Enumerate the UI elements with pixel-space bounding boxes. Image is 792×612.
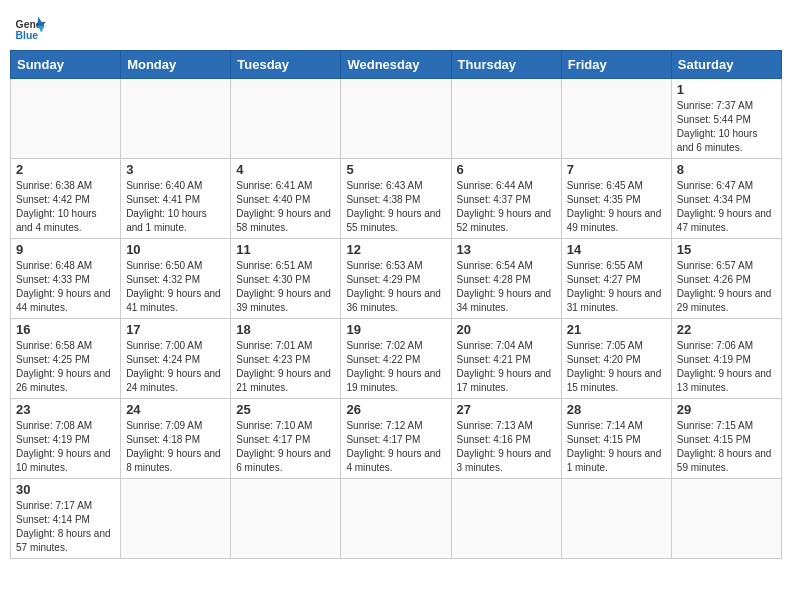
weekday-header-sunday: Sunday: [11, 51, 121, 79]
calendar-cell: 5Sunrise: 6:43 AM Sunset: 4:38 PM Daylig…: [341, 159, 451, 239]
day-info: Sunrise: 7:12 AM Sunset: 4:17 PM Dayligh…: [346, 419, 445, 475]
calendar-cell: [121, 479, 231, 559]
weekday-header-tuesday: Tuesday: [231, 51, 341, 79]
day-info: Sunrise: 7:01 AM Sunset: 4:23 PM Dayligh…: [236, 339, 335, 395]
calendar-cell: [341, 79, 451, 159]
day-number: 25: [236, 402, 335, 417]
calendar-cell: 13Sunrise: 6:54 AM Sunset: 4:28 PM Dayli…: [451, 239, 561, 319]
day-info: Sunrise: 7:04 AM Sunset: 4:21 PM Dayligh…: [457, 339, 556, 395]
calendar-cell: 16Sunrise: 6:58 AM Sunset: 4:25 PM Dayli…: [11, 319, 121, 399]
day-number: 23: [16, 402, 115, 417]
week-row-2: 9Sunrise: 6:48 AM Sunset: 4:33 PM Daylig…: [11, 239, 782, 319]
calendar-cell: [231, 479, 341, 559]
day-info: Sunrise: 7:37 AM Sunset: 5:44 PM Dayligh…: [677, 99, 776, 155]
day-info: Sunrise: 7:09 AM Sunset: 4:18 PM Dayligh…: [126, 419, 225, 475]
day-number: 7: [567, 162, 666, 177]
day-info: Sunrise: 6:44 AM Sunset: 4:37 PM Dayligh…: [457, 179, 556, 235]
day-info: Sunrise: 6:57 AM Sunset: 4:26 PM Dayligh…: [677, 259, 776, 315]
calendar-cell: 18Sunrise: 7:01 AM Sunset: 4:23 PM Dayli…: [231, 319, 341, 399]
calendar-cell: 22Sunrise: 7:06 AM Sunset: 4:19 PM Dayli…: [671, 319, 781, 399]
calendar-cell: 28Sunrise: 7:14 AM Sunset: 4:15 PM Dayli…: [561, 399, 671, 479]
calendar-cell: 8Sunrise: 6:47 AM Sunset: 4:34 PM Daylig…: [671, 159, 781, 239]
calendar-cell: [121, 79, 231, 159]
calendar-cell: 23Sunrise: 7:08 AM Sunset: 4:19 PM Dayli…: [11, 399, 121, 479]
day-number: 2: [16, 162, 115, 177]
day-number: 29: [677, 402, 776, 417]
calendar-cell: [561, 79, 671, 159]
calendar-cell: 1Sunrise: 7:37 AM Sunset: 5:44 PM Daylig…: [671, 79, 781, 159]
day-number: 4: [236, 162, 335, 177]
day-number: 18: [236, 322, 335, 337]
calendar-cell: 14Sunrise: 6:55 AM Sunset: 4:27 PM Dayli…: [561, 239, 671, 319]
day-info: Sunrise: 7:14 AM Sunset: 4:15 PM Dayligh…: [567, 419, 666, 475]
calendar-cell: 17Sunrise: 7:00 AM Sunset: 4:24 PM Dayli…: [121, 319, 231, 399]
day-info: Sunrise: 6:53 AM Sunset: 4:29 PM Dayligh…: [346, 259, 445, 315]
day-info: Sunrise: 7:17 AM Sunset: 4:14 PM Dayligh…: [16, 499, 115, 555]
day-number: 11: [236, 242, 335, 257]
calendar-cell: [451, 479, 561, 559]
day-info: Sunrise: 7:08 AM Sunset: 4:19 PM Dayligh…: [16, 419, 115, 475]
weekday-header-wednesday: Wednesday: [341, 51, 451, 79]
day-number: 6: [457, 162, 556, 177]
calendar-cell: 26Sunrise: 7:12 AM Sunset: 4:17 PM Dayli…: [341, 399, 451, 479]
calendar-cell: [341, 479, 451, 559]
calendar-cell: 10Sunrise: 6:50 AM Sunset: 4:32 PM Dayli…: [121, 239, 231, 319]
calendar-cell: 4Sunrise: 6:41 AM Sunset: 4:40 PM Daylig…: [231, 159, 341, 239]
day-info: Sunrise: 7:10 AM Sunset: 4:17 PM Dayligh…: [236, 419, 335, 475]
day-info: Sunrise: 6:47 AM Sunset: 4:34 PM Dayligh…: [677, 179, 776, 235]
day-number: 3: [126, 162, 225, 177]
day-info: Sunrise: 7:02 AM Sunset: 4:22 PM Dayligh…: [346, 339, 445, 395]
day-number: 26: [346, 402, 445, 417]
day-number: 16: [16, 322, 115, 337]
week-row-0: 1Sunrise: 7:37 AM Sunset: 5:44 PM Daylig…: [11, 79, 782, 159]
calendar-cell: 21Sunrise: 7:05 AM Sunset: 4:20 PM Dayli…: [561, 319, 671, 399]
day-info: Sunrise: 7:13 AM Sunset: 4:16 PM Dayligh…: [457, 419, 556, 475]
calendar-cell: 27Sunrise: 7:13 AM Sunset: 4:16 PM Dayli…: [451, 399, 561, 479]
day-number: 22: [677, 322, 776, 337]
day-info: Sunrise: 6:54 AM Sunset: 4:28 PM Dayligh…: [457, 259, 556, 315]
weekday-header-thursday: Thursday: [451, 51, 561, 79]
calendar-cell: 2Sunrise: 6:38 AM Sunset: 4:42 PM Daylig…: [11, 159, 121, 239]
weekday-header-monday: Monday: [121, 51, 231, 79]
calendar-cell: [561, 479, 671, 559]
day-number: 5: [346, 162, 445, 177]
calendar-cell: 9Sunrise: 6:48 AM Sunset: 4:33 PM Daylig…: [11, 239, 121, 319]
day-number: 15: [677, 242, 776, 257]
calendar-cell: [231, 79, 341, 159]
day-number: 24: [126, 402, 225, 417]
week-row-4: 23Sunrise: 7:08 AM Sunset: 4:19 PM Dayli…: [11, 399, 782, 479]
day-info: Sunrise: 6:58 AM Sunset: 4:25 PM Dayligh…: [16, 339, 115, 395]
calendar-cell: 29Sunrise: 7:15 AM Sunset: 4:15 PM Dayli…: [671, 399, 781, 479]
svg-text:Blue: Blue: [16, 30, 39, 41]
day-number: 17: [126, 322, 225, 337]
day-number: 14: [567, 242, 666, 257]
day-number: 28: [567, 402, 666, 417]
weekday-header-friday: Friday: [561, 51, 671, 79]
day-number: 10: [126, 242, 225, 257]
day-number: 8: [677, 162, 776, 177]
calendar-cell: 12Sunrise: 6:53 AM Sunset: 4:29 PM Dayli…: [341, 239, 451, 319]
week-row-5: 30Sunrise: 7:17 AM Sunset: 4:14 PM Dayli…: [11, 479, 782, 559]
day-number: 20: [457, 322, 556, 337]
day-info: Sunrise: 6:45 AM Sunset: 4:35 PM Dayligh…: [567, 179, 666, 235]
day-info: Sunrise: 7:05 AM Sunset: 4:20 PM Dayligh…: [567, 339, 666, 395]
day-number: 1: [677, 82, 776, 97]
calendar-cell: 15Sunrise: 6:57 AM Sunset: 4:26 PM Dayli…: [671, 239, 781, 319]
day-number: 13: [457, 242, 556, 257]
calendar-table: SundayMondayTuesdayWednesdayThursdayFrid…: [10, 50, 782, 559]
weekday-header-row: SundayMondayTuesdayWednesdayThursdayFrid…: [11, 51, 782, 79]
day-info: Sunrise: 7:00 AM Sunset: 4:24 PM Dayligh…: [126, 339, 225, 395]
calendar-cell: 30Sunrise: 7:17 AM Sunset: 4:14 PM Dayli…: [11, 479, 121, 559]
logo: General Blue: [14, 10, 46, 42]
calendar-cell: 11Sunrise: 6:51 AM Sunset: 4:30 PM Dayli…: [231, 239, 341, 319]
week-row-1: 2Sunrise: 6:38 AM Sunset: 4:42 PM Daylig…: [11, 159, 782, 239]
day-info: Sunrise: 6:48 AM Sunset: 4:33 PM Dayligh…: [16, 259, 115, 315]
day-number: 27: [457, 402, 556, 417]
calendar-cell: 3Sunrise: 6:40 AM Sunset: 4:41 PM Daylig…: [121, 159, 231, 239]
day-info: Sunrise: 6:40 AM Sunset: 4:41 PM Dayligh…: [126, 179, 225, 235]
calendar-cell: [671, 479, 781, 559]
day-info: Sunrise: 7:06 AM Sunset: 4:19 PM Dayligh…: [677, 339, 776, 395]
day-info: Sunrise: 6:50 AM Sunset: 4:32 PM Dayligh…: [126, 259, 225, 315]
calendar-cell: 7Sunrise: 6:45 AM Sunset: 4:35 PM Daylig…: [561, 159, 671, 239]
day-info: Sunrise: 6:41 AM Sunset: 4:40 PM Dayligh…: [236, 179, 335, 235]
